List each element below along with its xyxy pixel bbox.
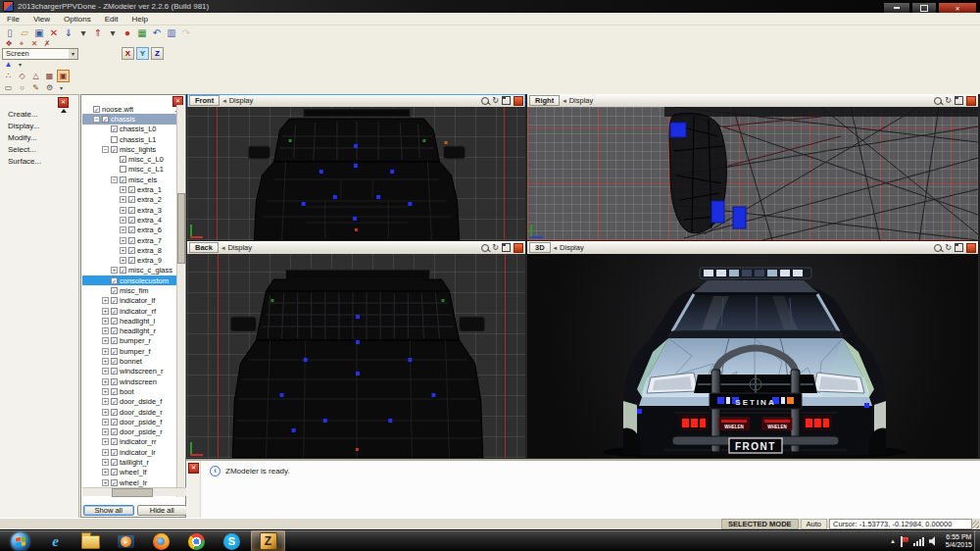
tree-item-boot[interactable]: +✓boot	[82, 386, 178, 396]
tree-item-noose.wft[interactable]: ✓noose.wft	[82, 104, 178, 114]
tree-checkbox[interactable]: ✓	[111, 449, 118, 456]
tree-checkbox[interactable]: ✓	[120, 267, 126, 274]
tree-expander-icon[interactable]: +	[102, 479, 109, 486]
tree-item-indicator_rr[interactable]: +✓indicator_rr	[82, 437, 178, 447]
tree-item-misc_lights[interactable]: −✓misc_lights	[82, 144, 178, 154]
tree-checkbox[interactable]: ✓	[128, 226, 135, 233]
display-menu[interactable]: Display	[229, 96, 254, 105]
orbit-icon[interactable]: ↻	[492, 244, 499, 252]
tree-item-misc_els[interactable]: −✓misc_els	[82, 175, 178, 184]
tree-expander-icon[interactable]: +	[102, 409, 109, 416]
tree-checkbox[interactable]: ✓	[111, 428, 118, 435]
title-bar[interactable]: 2013chargerPPVDone - ZModeler ver 2.2.6 …	[0, 0, 980, 13]
taskbar-app-skype[interactable]: S	[216, 531, 248, 551]
tree-checkbox[interactable]: ✓	[111, 146, 118, 153]
hide-all-button[interactable]: Hide all	[137, 505, 188, 516]
viewport-name-tab[interactable]: Back	[189, 242, 219, 253]
tree-item-taillight_r[interactable]: +✓taillight_r	[82, 457, 178, 467]
scrollbar-thumb[interactable]	[112, 488, 153, 497]
tree-expander-icon[interactable]: +	[102, 449, 109, 456]
viewport-right-canvas[interactable]	[527, 107, 978, 240]
zoom-icon[interactable]	[481, 244, 489, 252]
tree-expander-icon[interactable]: +	[120, 186, 126, 193]
display-menu[interactable]: Display	[560, 243, 584, 252]
display-menu[interactable]: Display	[569, 96, 594, 105]
select-mode-dropdown-icon[interactable]: ▾	[57, 81, 66, 94]
tree-checkbox[interactable]: ✓	[111, 438, 118, 445]
tree-item-extra_1[interactable]: +✓extra_1	[82, 184, 178, 194]
orbit-icon[interactable]: ↻	[492, 97, 499, 105]
import-options-dropdown-icon[interactable]: ▾	[76, 26, 90, 39]
tree-checkbox[interactable]: ✓	[111, 125, 118, 132]
tree-checkbox[interactable]: ✓	[111, 348, 118, 355]
command-display[interactable]: Display...	[0, 119, 78, 130]
tree-item-chassis_L1[interactable]: chassis_L1	[82, 134, 178, 144]
taskbar-app-media-player[interactable]: ▸	[110, 531, 142, 551]
auto-toggle[interactable]: Auto	[801, 519, 827, 529]
log-close-icon[interactable]	[188, 463, 199, 474]
undo-icon[interactable]: ↶	[150, 26, 164, 39]
commands-panel-collapse-icon[interactable]	[61, 109, 67, 113]
tree-expander-icon[interactable]: +	[102, 308, 109, 315]
viewport-close-icon[interactable]	[966, 96, 976, 106]
tree-checkbox[interactable]	[120, 166, 126, 173]
open-folder-icon[interactable]: ▱	[18, 26, 31, 39]
tree-item-door_pside_r[interactable]: +✓door_pside_r	[82, 427, 178, 437]
tree-expander-icon[interactable]: +	[102, 378, 109, 385]
tree-item-indicator_rf[interactable]: +✓indicator_rf	[82, 306, 178, 316]
maximize-viewport-icon[interactable]	[502, 96, 511, 105]
tree-checkbox[interactable]: ✓	[93, 106, 100, 113]
tree-item-misc_c_glass[interactable]: +✓misc_c_glass	[82, 266, 178, 276]
show-desktop-button[interactable]	[974, 530, 980, 551]
show-all-button[interactable]: Show all	[83, 505, 134, 516]
tree-expander-icon[interactable]: +	[102, 419, 109, 426]
texture-browser-icon[interactable]: ▦	[135, 26, 149, 39]
tree-checkbox[interactable]: ✓	[128, 257, 135, 264]
taskbar-app-chrome[interactable]	[180, 531, 213, 551]
maximize-viewport-icon[interactable]	[502, 243, 511, 252]
tree-item-wheel_lr[interactable]: +✓wheel_lr	[82, 477, 178, 487]
viewport-3d-canvas[interactable]: SETINA WHELEN WHELEN FRONT	[527, 254, 978, 458]
delete-icon[interactable]: ✕	[47, 26, 61, 39]
tree-item-extra_8[interactable]: +✓extra_8	[82, 245, 178, 255]
tree-expander-icon[interactable]: +	[102, 438, 109, 445]
tree-checkbox[interactable]: ✓	[111, 398, 118, 405]
tree-checkbox[interactable]: ✓	[111, 388, 118, 395]
tree-item-bumper_r[interactable]: +✓bumper_r	[82, 336, 178, 346]
tree-item-windscreen_r[interactable]: +✓windscreen_r	[82, 367, 178, 376]
material-editor-icon[interactable]: ●	[121, 26, 134, 39]
tree-expander-icon[interactable]: +	[120, 237, 126, 244]
tree-checkbox[interactable]: ✓	[111, 459, 118, 466]
export-file-icon[interactable]: ⇑	[91, 26, 105, 39]
tree-item-wheel_lf[interactable]: +✓wheel_lf	[82, 468, 178, 477]
tree-item-chassis[interactable]: −✓chassis	[82, 114, 178, 124]
tree-checkbox[interactable]: ✓	[128, 217, 135, 224]
viewport-name-tab[interactable]: Right	[529, 95, 560, 106]
tree-checkbox[interactable]: ✓	[128, 196, 135, 203]
taskbar-app-zmodeler[interactable]: Z	[251, 530, 285, 551]
viewport-close-icon[interactable]	[514, 96, 523, 106]
chevron-left-icon[interactable]: ◂	[554, 244, 558, 252]
maximize-viewport-icon[interactable]	[955, 243, 963, 252]
menu-help[interactable]: Help	[124, 15, 154, 24]
tree-expander-icon[interactable]: +	[102, 398, 109, 405]
tree-expander-icon[interactable]: +	[120, 196, 126, 203]
tree-checkbox[interactable]: ✓	[111, 318, 118, 325]
viewport-close-icon[interactable]	[966, 243, 976, 253]
tree-expander-icon[interactable]: +	[102, 348, 109, 355]
axis-z-button[interactable]: Z	[151, 47, 164, 60]
network-signal-icon[interactable]	[913, 536, 924, 546]
display-menu[interactable]: Display	[227, 243, 252, 252]
tree-checkbox[interactable]: ✓	[128, 207, 135, 214]
redo-icon[interactable]: ↷	[179, 26, 193, 39]
tree-expander-icon[interactable]: −	[93, 116, 100, 123]
save-file-icon[interactable]: ▣	[32, 26, 46, 39]
viewport-front[interactable]: Front ◂ Display ↻	[187, 94, 525, 240]
tree-checkbox[interactable]: ✓	[120, 176, 126, 183]
menu-edit[interactable]: Edit	[98, 15, 125, 24]
tree-checkbox[interactable]: ✓	[111, 479, 118, 486]
tree-expander-icon[interactable]: −	[111, 176, 118, 183]
tree-item-indicator_lr[interactable]: +✓indicator_lr	[82, 447, 178, 457]
chevron-left-icon[interactable]: ◂	[563, 97, 566, 105]
viewport-back-canvas[interactable]	[187, 254, 525, 458]
